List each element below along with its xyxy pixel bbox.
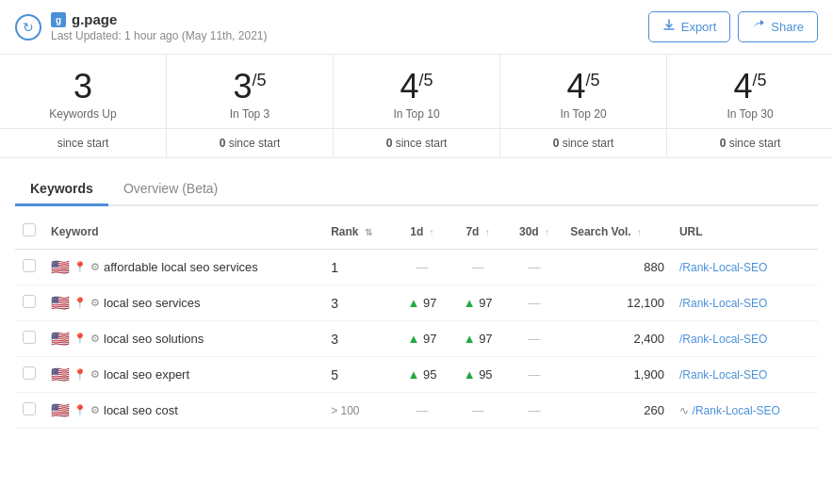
stat-main-top30: 4/5 In Top 30 — [667, 55, 833, 129]
1d-value: 95 — [423, 367, 436, 382]
stat-label-top20: In Top 20 — [512, 107, 655, 121]
1d-value: 97 — [423, 296, 436, 310]
search-vol-value: 880 — [644, 260, 664, 274]
keyword-cell: 🇺🇸 📍 ⚙ affordable local seo services — [43, 250, 323, 285]
rank-value: 3 — [331, 332, 338, 347]
table-row: 🇺🇸 📍 ⚙ local seo cost > 100———260∿ /Rank… — [15, 393, 818, 429]
1d-dash: — — [416, 260, 428, 274]
stat-number-top30: 4/5 — [678, 70, 822, 104]
map-pin-icon: 📍 — [74, 333, 87, 345]
stat-label-keywords-up: Keywords Up — [11, 107, 155, 121]
settings-icon: ⚙ — [90, 368, 100, 381]
site-details: g g.page Last Updated: 1 hour ago (May 1… — [51, 11, 267, 42]
tab-keywords[interactable]: Keywords — [15, 173, 108, 206]
rank-cell: 3 — [323, 321, 394, 357]
1d-cell: ▲ 97 — [394, 321, 449, 357]
tabs-section: Keywords Overview (Beta) — [0, 158, 833, 206]
stat-footer-top10: 0 since start — [334, 129, 499, 157]
7d-dash: — — [472, 260, 484, 274]
row-checkbox[interactable] — [23, 259, 36, 272]
stat-number-top3: 3/5 — [178, 70, 321, 104]
search-vol-cell: 2,400 — [563, 321, 672, 357]
7d-cell: ▲ 97 — [450, 321, 506, 357]
keyword-text: affordable local seo services — [104, 260, 258, 274]
export-button[interactable]: Export — [648, 11, 731, 42]
stat-label-top10: In Top 10 — [345, 107, 488, 121]
7d-arrow-icon: ▲ — [464, 296, 476, 310]
stats-row: 3 Keywords Up since start 3/5 In Top 3 0… — [0, 55, 833, 158]
keyword-with-flags: 🇺🇸 📍 ⚙ local seo cost — [51, 401, 316, 419]
row-checkbox[interactable] — [23, 402, 36, 415]
7d-cell: — — [450, 393, 506, 429]
col-7d[interactable]: 7d ↑ — [450, 214, 506, 250]
url-link[interactable]: /Rank-Local-SEO — [693, 404, 780, 417]
30d-cell: — — [506, 393, 564, 429]
keyword-with-flags: 🇺🇸 📍 ⚙ local seo solutions — [51, 330, 316, 348]
stat-main-top3: 3/5 In Top 3 — [167, 55, 333, 129]
flag-us-icon: 🇺🇸 — [51, 401, 70, 419]
30d-sort-icon: ↑ — [545, 227, 549, 237]
rank-cell: 1 — [323, 250, 394, 285]
7d-value: 97 — [479, 332, 492, 346]
url-link[interactable]: /Rank-Local-SEO — [679, 368, 767, 382]
search-vol-cell: 1,900 — [563, 357, 672, 393]
stat-footer-top20: 0 since start — [500, 129, 666, 157]
search-vol-value: 2,400 — [633, 332, 664, 346]
share-label: Share — [771, 20, 804, 34]
7d-sort-icon: ↑ — [485, 227, 490, 237]
col-30d[interactable]: 30d ↑ — [506, 214, 564, 250]
share-icon — [752, 19, 765, 35]
1d-cell: — — [394, 250, 449, 285]
action-buttons: Export Share — [648, 11, 818, 42]
map-pin-icon: 📍 — [74, 297, 87, 309]
last-updated: Last Updated: 1 hour ago (May 11th, 2021… — [51, 29, 267, 42]
keyword-cell: 🇺🇸 📍 ⚙ local seo expert — [43, 357, 323, 393]
7d-cell: — — [450, 250, 506, 285]
stat-main-top10: 4/5 In Top 10 — [334, 55, 499, 129]
trend-wiggle-icon: ∿ — [679, 404, 689, 417]
col-search-vol[interactable]: Search Vol. ↑ — [563, 214, 672, 250]
1d-sort-icon: ↑ — [430, 227, 434, 237]
30d-cell: — — [506, 357, 564, 393]
url-link[interactable]: /Rank-Local-SEO — [679, 333, 767, 346]
7d-cell: ▲ 97 — [450, 285, 506, 321]
row-checkbox[interactable] — [23, 331, 36, 344]
url-link[interactable]: /Rank-Local-SEO — [679, 297, 767, 310]
keyword-cell: 🇺🇸 📍 ⚙ local seo cost — [43, 393, 323, 429]
7d-arrow-icon: ▲ — [464, 332, 476, 346]
search-vol-cell: 260 — [563, 393, 672, 429]
1d-arrow-icon: ▲ — [407, 332, 419, 346]
stat-card-top20: 4/5 In Top 20 0 since start — [500, 55, 667, 157]
keyword-with-flags: 🇺🇸 📍 ⚙ affordable local seo services — [51, 258, 316, 276]
url-cell: /Rank-Local-SEO — [672, 250, 818, 285]
stat-footer-top3: 0 since start — [167, 129, 333, 157]
site-info-group: ↻ g g.page Last Updated: 1 hour ago (May… — [15, 11, 267, 42]
url-cell: /Rank-Local-SEO — [672, 285, 818, 321]
share-button[interactable]: Share — [738, 11, 818, 42]
site-name-text: g.page — [72, 11, 117, 27]
stat-main-keywords-up: 3 Keywords Up — [0, 55, 166, 129]
30d-dash: — — [528, 260, 540, 274]
url-link[interactable]: /Rank-Local-SEO — [679, 261, 767, 274]
settings-icon: ⚙ — [90, 333, 100, 345]
search-vol-value: 260 — [644, 403, 664, 417]
tab-overview[interactable]: Overview (Beta) — [108, 173, 233, 206]
30d-cell: — — [506, 250, 564, 285]
select-all-checkbox[interactable] — [23, 223, 36, 236]
map-pin-icon: 📍 — [74, 404, 87, 416]
refresh-button[interactable]: ↻ — [15, 14, 41, 41]
30d-cell: — — [506, 321, 564, 357]
stat-main-top20: 4/5 In Top 20 — [500, 55, 666, 129]
row-checkbox[interactable] — [23, 295, 36, 308]
table-section: Keyword Rank ⇅ 1d ↑ 7d ↑ 30d ↑ — [0, 214, 833, 444]
top-bar: ↻ g g.page Last Updated: 1 hour ago (May… — [0, 0, 833, 55]
rank-cell: > 100 — [323, 393, 394, 429]
col-1d[interactable]: 1d ↑ — [394, 214, 449, 250]
site-favicon-icon: g — [51, 12, 66, 27]
col-checkbox — [15, 214, 43, 250]
col-rank[interactable]: Rank ⇅ — [323, 214, 394, 250]
flag-us-icon: 🇺🇸 — [51, 258, 70, 276]
col-keyword: Keyword — [43, 214, 323, 250]
row-checkbox[interactable] — [23, 366, 36, 380]
keyword-text: local seo solutions — [104, 332, 204, 346]
